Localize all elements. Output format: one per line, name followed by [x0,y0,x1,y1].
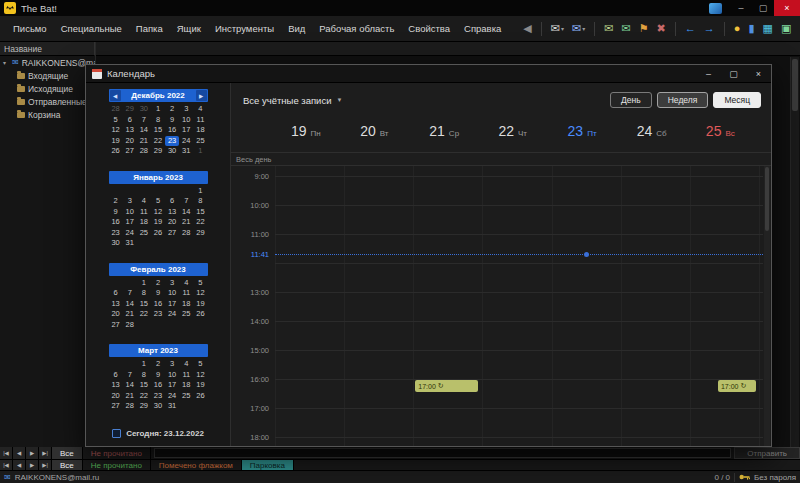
mini-day[interactable]: 22 [137,391,151,402]
message-list-scrollbar[interactable] [790,57,799,447]
mini-day[interactable]: 2 [151,278,165,289]
mini-day[interactable]: 20 [165,217,179,228]
mini-day[interactable]: 17 [165,380,179,391]
mini-day[interactable]: 29 [193,228,207,239]
mini-day[interactable]: 23 [165,136,179,147]
menu-view[interactable]: Вид [281,20,312,37]
mini-day[interactable]: 11 [137,207,151,218]
mini-day[interactable]: 16 [165,125,179,136]
tab-parked[interactable]: Парковка [242,460,294,470]
day-header-21[interactable]: 21Ср [413,123,482,149]
folder-column-header[interactable]: Название [0,42,95,56]
minimize-button[interactable]: – [730,0,752,16]
mini-day[interactable]: 1 [193,186,207,197]
mini-day[interactable]: 11 [179,370,193,381]
mini-day[interactable]: 7 [123,288,137,299]
expand-icon[interactable]: ▾ [3,59,9,66]
mini-day[interactable]: 25 [179,391,193,402]
prev-message-icon[interactable]: ← [682,22,699,35]
mini-day[interactable]: 24 [165,309,179,320]
day-header-24[interactable]: 24Сб [621,123,690,149]
quick-reply-input[interactable] [154,448,732,458]
calendar-event[interactable]: 17:00↻ [718,380,756,392]
mini-day[interactable]: 9 [151,288,165,299]
mini-day[interactable]: 26 [193,391,207,402]
mini-day[interactable]: 2 [109,196,123,207]
preferences-icon[interactable]: ▣ [778,22,794,35]
mini-day[interactable]: 28 [123,320,137,331]
next-tab-button[interactable]: ▶ [26,447,39,459]
mini-day[interactable]: 29 [123,104,137,115]
menu-message[interactable]: Письмо [6,20,54,37]
menu-mailbox[interactable]: Ящик [170,20,208,37]
mini-day[interactable]: 23 [151,391,165,402]
mini-day[interactable]: 10 [165,370,179,381]
mini-day[interactable]: 11 [179,288,193,299]
mini-month-header[interactable]: Март 2023 [109,344,208,357]
mini-day[interactable]: 1 [137,278,151,289]
mini-day[interactable]: 4 [179,359,193,370]
mini-day[interactable]: 14 [179,207,193,218]
mini-day[interactable]: 28 [109,104,123,115]
mini-day[interactable]: 27 [165,228,179,239]
last-tab-button[interactable]: ▶| [39,460,52,470]
day-header-25[interactable]: 25Вс [690,123,759,149]
mini-day[interactable]: 6 [109,370,123,381]
day-header-20[interactable]: 20Вт [344,123,413,149]
mini-day[interactable]: 2 [151,359,165,370]
mini-day[interactable]: 16 [109,217,123,228]
mini-day[interactable]: 22 [151,136,165,147]
mini-day[interactable]: 6 [165,196,179,207]
mini-day[interactable]: 15 [193,207,207,218]
day-header-23[interactable]: 23Пт [552,123,621,149]
address-book-icon[interactable]: ▮ [745,22,757,35]
mini-day[interactable]: 8 [151,115,165,126]
scheduler-icon[interactable]: ● [731,22,744,35]
sidebar-folder-trash[interactable]: Корзина [0,108,95,121]
mini-month-header[interactable]: Январь 2023 [109,171,208,184]
mini-day[interactable]: 31 [165,401,179,412]
mini-day[interactable]: 21 [123,309,137,320]
mini-day[interactable]: 4 [179,278,193,289]
sidebar-account[interactable]: ▾✉RAIKKONENS@mail.ru [0,56,95,69]
mini-day[interactable]: 4 [193,104,207,115]
flag-icon[interactable]: ⚑ [636,22,652,35]
mini-day[interactable]: 30 [151,401,165,412]
mini-day[interactable]: 10 [179,115,193,126]
tab-all[interactable]: Все [52,460,83,470]
collapse-toolbar-icon[interactable]: ◀ [520,22,534,35]
mini-month-header[interactable]: Февраль 2023 [109,263,208,276]
mini-day[interactable]: 15 [137,380,151,391]
next-tab-button[interactable]: ▶ [26,460,39,470]
today-row[interactable]: Сегодня: 23.12.2022 [86,429,230,438]
mini-day[interactable]: 17 [123,217,137,228]
reply-icon[interactable]: ✉▾ [569,22,588,35]
mini-day[interactable]: 5 [193,278,207,289]
mini-day[interactable]: 21 [179,217,193,228]
mini-day[interactable]: 19 [193,299,207,310]
mini-day[interactable]: 30 [137,104,151,115]
sidebar-folder-outbox[interactable]: Исходящие [0,82,95,95]
mini-day[interactable]: 5 [151,196,165,207]
mini-day[interactable]: 23 [109,228,123,239]
mark-read-icon[interactable]: ✉ [618,22,633,35]
calendar-icon[interactable]: ▦ [760,22,776,35]
accounts-filter-dropdown[interactable]: Все учётные записи ▼ [243,95,342,106]
mini-day[interactable]: 15 [137,299,151,310]
mini-day[interactable]: 27 [109,401,123,412]
calendar-minimize-button[interactable]: – [696,65,721,83]
new-message-icon[interactable]: ✉▾ [548,22,567,35]
mini-day[interactable]: 5 [109,115,123,126]
mini-day[interactable]: 8 [137,288,151,299]
mini-day[interactable]: 12 [193,370,207,381]
mini-day[interactable]: 1 [193,146,207,157]
mini-day[interactable]: 15 [151,125,165,136]
mini-day[interactable]: 19 [109,136,123,147]
mini-day[interactable]: 25 [137,228,151,239]
mini-day[interactable]: 30 [109,238,123,249]
tab-all[interactable]: Все [52,447,83,459]
menu-workspace[interactable]: Рабочая область [312,20,401,37]
mini-day[interactable]: 18 [137,217,151,228]
menu-properties[interactable]: Свойства [401,20,457,37]
grid-scrollbar[interactable] [764,166,770,446]
